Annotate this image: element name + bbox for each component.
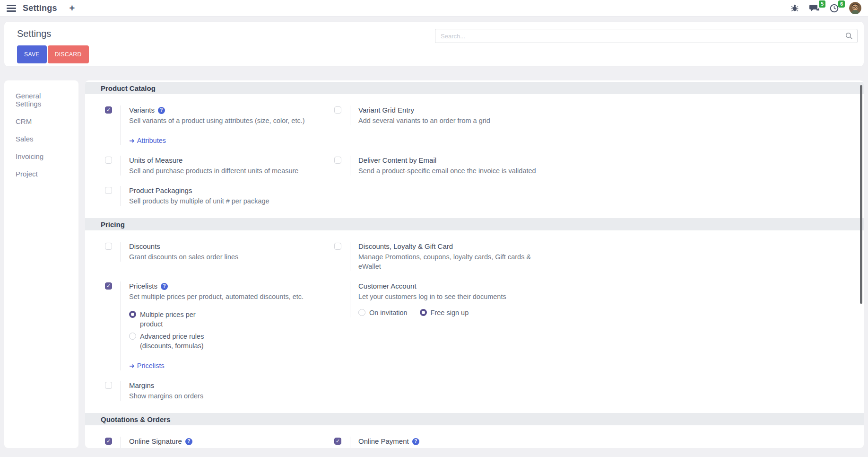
setting-content-customer-account: Customer AccountLet your customers log i…: [350, 281, 506, 317]
radio-option-label: Multiple prices per product: [140, 310, 211, 329]
checkbox-online-signature[interactable]: ✓: [105, 438, 112, 445]
setting-label-units-of-measure: Units of Measure: [129, 156, 298, 165]
messages-icon[interactable]: 5: [809, 4, 819, 13]
setting-description: Sell and purchase products in different …: [129, 166, 298, 176]
sidebar-item-sales[interactable]: Sales: [4, 130, 78, 148]
radio-selected-icon[interactable]: [129, 311, 136, 318]
setting-label-text: Customer Account: [358, 281, 417, 291]
discard-button[interactable]: DISCARD: [48, 45, 89, 63]
setting-label-text: Discounts: [129, 242, 160, 251]
setting-product-packagings: Product PackagingsSell products by multi…: [105, 186, 269, 206]
right-arrow-icon: ➜: [129, 136, 135, 145]
settings-content: General SettingsCRMSalesInvoicingProject…: [4, 80, 864, 448]
setting-content-pricelists: Pricelists?Set multiple prices per produ…: [121, 281, 304, 370]
chat-bubbles-glyph: [809, 4, 819, 13]
sidebar-item-invoicing[interactable]: Invoicing: [4, 148, 78, 165]
section-header-product-catalog: Product Catalog: [85, 82, 864, 94]
checkbox-online-payment[interactable]: ✓: [334, 438, 341, 445]
settings-sidebar: General SettingsCRMSalesInvoicingProject: [4, 80, 78, 448]
settings-cell-left: ✓Pricelists?Set multiple prices per prod…: [105, 281, 334, 370]
search-input[interactable]: [435, 29, 858, 43]
save-button[interactable]: SAVE: [17, 45, 47, 63]
setting-description: Set multiple prices per product, automat…: [129, 292, 304, 301]
setting-discounts-loyalty-gift-card: Discounts, Loyalty & Gift CardManage Pro…: [334, 242, 543, 271]
sidebar-item-general-settings[interactable]: General Settings: [4, 87, 78, 113]
checkbox-units-of-measure[interactable]: [105, 157, 112, 164]
link-pricelists[interactable]: ➜Pricelists: [129, 361, 304, 370]
setting-label-text: Pricelists: [129, 281, 157, 291]
settings-row: DiscountsGrant discounts on sales order …: [105, 242, 845, 271]
settings-cell-left: ✓Variants?Sell variants of a product usi…: [105, 105, 334, 145]
radio-group-pricelists: Multiple prices per productAdvanced pric…: [129, 310, 304, 351]
setting-description: Send a product-specific email once the i…: [358, 166, 536, 176]
checkbox-pricelists[interactable]: ✓: [105, 282, 112, 290]
settings-row: ✓Online Signature?Request an online sign…: [105, 437, 845, 448]
activities-icon[interactable]: 6: [830, 4, 839, 13]
checkbox-spacer: [334, 281, 341, 317]
setting-label-discounts-loyalty-gift-card: Discounts, Loyalty & Gift Card: [358, 242, 543, 251]
add-tab-icon[interactable]: +: [69, 3, 75, 13]
settings-section-quotations-orders: Quotations & Orders✓Online Signature?Req…: [85, 413, 864, 448]
search-icon[interactable]: [845, 32, 853, 40]
setting-content-online-signature: Online Signature?Request an online signa…: [121, 437, 268, 448]
checkbox-product-packagings[interactable]: [105, 187, 112, 194]
bug-icon[interactable]: [790, 4, 799, 12]
setting-label-variant-grid-entry: Variant Grid Entry: [358, 105, 490, 115]
hamburger-menu-icon[interactable]: [7, 5, 16, 12]
help-icon[interactable]: ?: [161, 283, 168, 290]
clock-glyph: [830, 4, 839, 13]
radio-option-advanced-price-rules-discounts-formulas-[interactable]: Advanced price rules (discounts, formula…: [129, 332, 304, 351]
setting-description: Add several variants to an order from a …: [358, 116, 490, 125]
setting-variant-grid-entry: Variant Grid EntryAdd several variants t…: [334, 105, 490, 125]
setting-customer-account: Customer AccountLet your customers log i…: [334, 281, 506, 317]
setting-label-deliver-content-by-email: Deliver Content by Email: [358, 156, 536, 165]
radio-unselected-icon[interactable]: [358, 309, 365, 316]
radio-option-on-invitation[interactable]: On invitation: [358, 308, 408, 317]
link-attributes[interactable]: ➜Attributes: [129, 136, 305, 145]
help-icon[interactable]: ?: [185, 438, 192, 445]
checkbox-variant-grid-entry[interactable]: [334, 106, 341, 114]
checkbox-margins[interactable]: [105, 382, 112, 389]
settings-section-pricing: PricingDiscountsGrant discounts on sales…: [85, 218, 864, 413]
settings-section-product-catalog: Product Catalog✓Variants?Sell variants o…: [85, 82, 864, 218]
checkbox-deliver-content-by-email[interactable]: [334, 157, 341, 164]
app-menu-title[interactable]: Settings: [23, 3, 57, 13]
setting-label-text: Variant Grid Entry: [358, 105, 414, 115]
sidebar-item-crm[interactable]: CRM: [4, 113, 78, 130]
user-avatar[interactable]: [849, 2, 861, 14]
checkbox-variants[interactable]: ✓: [105, 106, 112, 114]
radio-option-label: Advanced price rules (discounts, formula…: [140, 332, 211, 351]
setting-content-units-of-measure: Units of MeasureSell and purchase produc…: [121, 156, 298, 176]
setting-online-signature: ✓Online Signature?Request an online sign…: [105, 437, 268, 448]
help-icon[interactable]: ?: [158, 107, 165, 114]
setting-description: Manage Promotions, coupons, loyalty card…: [358, 252, 543, 271]
bug-icon-glyph: [790, 4, 799, 12]
radio-option-label: On invitation: [369, 308, 408, 317]
messages-count-badge: 5: [819, 0, 825, 8]
scrollbar-thumb[interactable]: [860, 85, 862, 304]
settings-row: ✓Pricelists?Set multiple prices per prod…: [105, 281, 845, 370]
radio-option-multiple-prices-per-product[interactable]: Multiple prices per product: [129, 310, 304, 329]
settings-cell-right: Customer AccountLet your customers log i…: [334, 281, 845, 317]
settings-row: Product PackagingsSell products by multi…: [105, 186, 845, 206]
setting-label-text: Online Signature: [129, 437, 182, 446]
setting-label-online-signature: Online Signature?: [129, 437, 268, 446]
setting-label-text: Units of Measure: [129, 156, 182, 165]
navbar-systray: 5 6: [790, 2, 861, 14]
checkbox-discounts[interactable]: [105, 243, 112, 250]
sidebar-item-project[interactable]: Project: [4, 165, 78, 183]
settings-cell-right: Deliver Content by EmailSend a product-s…: [334, 156, 845, 176]
setting-label-online-payment: Online Payment?: [358, 437, 495, 446]
section-header-pricing: Pricing: [85, 218, 864, 230]
setting-description: Request an online signature to confirm o…: [129, 447, 268, 448]
checkbox-discounts-loyalty-gift-card[interactable]: [334, 243, 341, 250]
settings-cell-right: Variant Grid EntryAdd several variants t…: [334, 105, 845, 125]
avatar-image: [849, 2, 861, 14]
radio-unselected-icon[interactable]: [129, 333, 136, 340]
radio-selected-icon[interactable]: [420, 309, 427, 316]
setting-units-of-measure: Units of MeasureSell and purchase produc…: [105, 156, 298, 176]
help-icon[interactable]: ?: [412, 438, 419, 445]
settings-cell-left: ✓Online Signature?Request an online sign…: [105, 437, 334, 448]
settings-cell-left: Product PackagingsSell products by multi…: [105, 186, 334, 206]
radio-option-free-sign-up[interactable]: Free sign up: [420, 308, 469, 317]
